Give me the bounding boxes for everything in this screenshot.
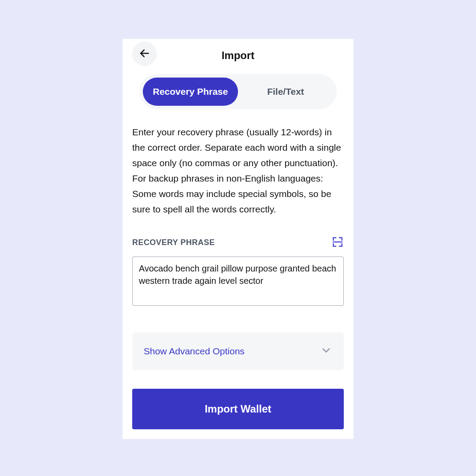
arrow-left-icon	[139, 48, 150, 60]
scan-icon	[332, 236, 343, 249]
recovery-phrase-input[interactable]	[132, 257, 344, 306]
import-button-label: Import Wallet	[205, 403, 271, 415]
tabs: Recovery Phrase File/Text	[139, 74, 337, 109]
field-label-row: RECOVERY PHRASE	[132, 236, 344, 249]
import-wallet-button[interactable]: Import Wallet	[132, 389, 344, 429]
advanced-options-toggle[interactable]: Show Advanced Options	[132, 332, 344, 370]
header: Import	[132, 39, 344, 69]
tab-label: File/Text	[267, 86, 304, 97]
tab-recovery-phrase[interactable]: Recovery Phrase	[143, 78, 238, 106]
tab-label: Recovery Phrase	[153, 86, 228, 97]
instructions-text: Enter your recovery phrase (usually 12-w…	[132, 124, 344, 217]
recovery-phrase-label: RECOVERY PHRASE	[132, 238, 215, 247]
back-button[interactable]	[132, 41, 157, 66]
advanced-options-label: Show Advanced Options	[144, 346, 245, 357]
page-title: Import	[222, 49, 255, 62]
scan-qr-button[interactable]	[331, 236, 344, 249]
import-card: Import Recovery Phrase File/Text Enter y…	[123, 39, 353, 439]
tab-file-text[interactable]: File/Text	[238, 78, 333, 106]
chevron-down-icon	[320, 344, 332, 358]
